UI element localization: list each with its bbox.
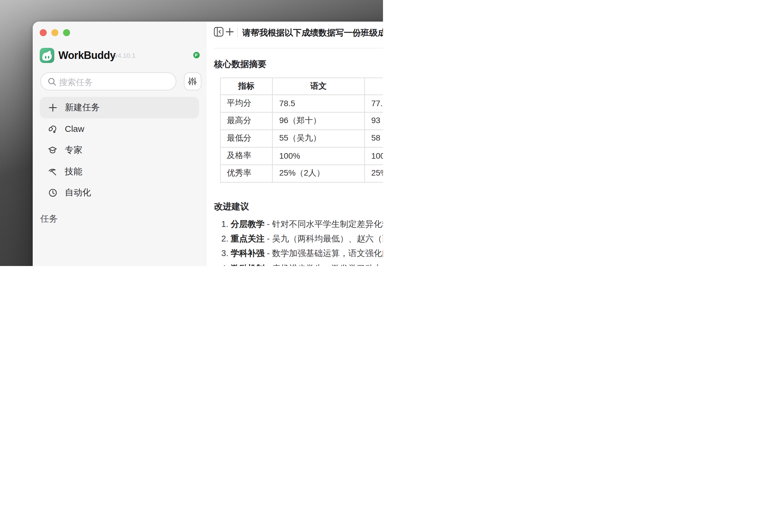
sidebar-item-new-task[interactable]: 新建任务 [40,97,199,118]
suggestion-item: 2. 重点关注 - 吴九（两科均最低）、赵六（两科低于平均） [221,232,383,246]
clock-icon [48,188,57,197]
sidebar-item-experts[interactable]: 专家 [40,139,199,161]
suggestions-heading: 改进建议 [214,201,249,212]
sidebar-menu: 新建任务 Claw [40,97,199,204]
search-icon [48,78,56,86]
collapse-panel-icon[interactable] [214,27,223,37]
traffic-close-button[interactable] [40,29,47,36]
summary-cell: 96（郑十） [273,112,365,129]
tasks-section-label: 任务 [40,213,58,225]
search-input[interactable]: 搜索任务 [40,72,176,90]
sidebar-item-automation[interactable]: 自动化 [40,182,199,204]
summary-cell: 78.5 [273,95,365,112]
suggestion-item: 4. 激励机制 - 表扬进步学生，激发学习动力 [221,261,383,266]
summary-cell: 77.1 [365,95,383,112]
summary-col-header: 数学 [365,78,383,95]
divider [214,48,383,48]
suggestions-list: 1. 分层教学 - 针对不同水平学生制定差异化辅导计划2. 重点关注 - 吴九（… [221,217,383,266]
new-chat-icon[interactable] [225,27,234,36]
sidebar: WorkBuddy v4.10.1 P 搜索任务 [33,22,207,266]
filter-sliders-icon [188,77,197,86]
suggestion-item: 3. 学科补强 - 数学加强基础运算，语文强化阅读写作 [221,246,383,261]
divider [237,27,237,37]
graduation-cap-icon [48,146,57,155]
sidebar-item-label: 新建任务 [65,102,100,113]
app-window: WorkBuddy v4.10.1 P 搜索任务 [33,22,383,266]
plus-icon [48,103,57,112]
summary-cell: 100% [273,147,365,165]
desktop-background: WorkBuddy v4.10.1 P 搜索任务 [0,0,383,266]
summary-heading: 核心数据摘要 [214,59,267,70]
sidebar-item-skills[interactable]: 技能 [40,161,199,182]
traffic-zoom-button[interactable] [63,29,70,36]
summary-cell: 优秀率 [220,165,273,182]
summary-cell: 最高分 [220,112,273,129]
sidebar-item-label: Claw [65,124,84,134]
search-placeholder: 搜索任务 [59,77,93,88]
sidebar-item-label: 专家 [65,145,82,156]
filter-button[interactable] [183,72,201,90]
summary-cell: 58（赵六） [365,129,383,147]
summary-cell: 55（吴九） [273,129,365,147]
summary-table: 指标 语文 数学 平均分78.577.1最高分96（郑十）93（郑十）最低分55… [220,78,383,182]
sidebar-item-claw[interactable]: Claw [40,118,199,139]
summary-col-header: 语文 [273,78,365,95]
app-version: v4.10.1 [114,52,135,59]
summary-cell: 25%（2人） [273,165,365,182]
app-logo [39,48,54,63]
summary-cell: 平均分 [220,95,273,112]
sidebar-item-label: 自动化 [65,187,91,198]
summary-cell: 最低分 [220,129,273,147]
suggestion-item: 1. 分层教学 - 针对不同水平学生制定差异化辅导计划 [221,217,383,232]
sidebar-item-label: 技能 [65,166,82,177]
chat-title: 请帮我根据以下成绩数据写一份班级成绩分析报... [242,27,383,39]
summary-col-header: 指标 [220,78,273,95]
summary-cell: 及格率 [220,147,273,165]
summary-cell: 25%（2人） [365,165,383,182]
summary-cell: 100% [365,147,383,165]
app-name: WorkBuddy [58,50,115,62]
traffic-minimize-button[interactable] [51,29,58,36]
claw-icon [48,124,57,134]
chat-panel: 请帮我根据以下成绩数据写一份班级成绩分析报... 核心数据摘要 指标 语文 数学… [207,22,383,266]
status-badge: P [193,52,200,58]
summary-cell: 93（郑十） [365,112,383,129]
pickaxe-icon [48,167,57,176]
